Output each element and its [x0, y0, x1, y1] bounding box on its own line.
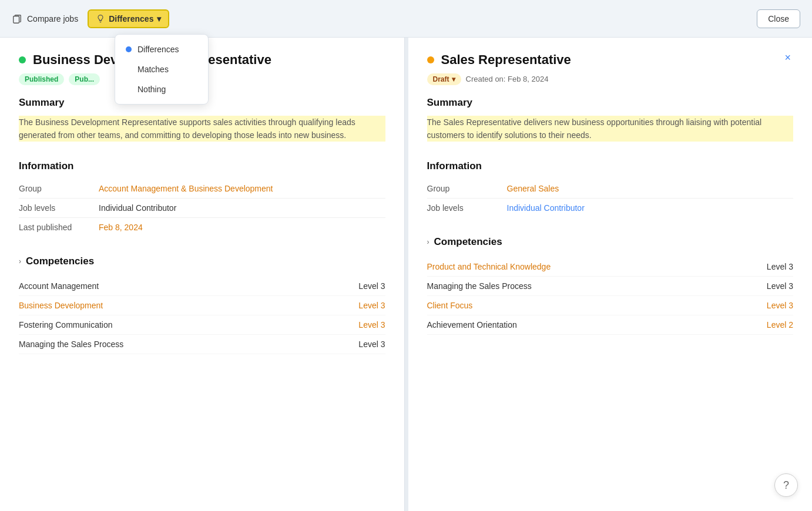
topbar: Compare jobs Differences ▾ Close	[0, 0, 812, 38]
right-comp-level-3: Level 3	[767, 301, 793, 310]
dropdown-item-nothing[interactable]: Nothing	[115, 79, 208, 99]
comp-name-1: Account Management	[19, 281, 99, 291]
comp-name-3: Fostering Communication	[19, 320, 113, 330]
help-button[interactable]: ?	[774, 473, 798, 497]
dropdown-item-differences[interactable]: Differences	[115, 39, 208, 59]
comp-row-1: Account Management Level 3	[19, 277, 385, 296]
right-comp-row-3: Client Focus Level 3	[427, 296, 794, 315]
right-joblevels-value: Individual Contributor	[507, 203, 585, 213]
dropdown-item-matches[interactable]: Matches	[115, 59, 208, 79]
chevron-down-icon: ▾	[157, 14, 161, 23]
inactive-indicator	[126, 66, 132, 72]
comp-level-4: Level 3	[358, 339, 385, 349]
lastpublished-value: Feb 8, 2024	[99, 223, 143, 232]
created-date: Created on: Feb 8, 2024	[466, 75, 549, 83]
info-row-joblevels: Job levels Individual Contributor	[19, 199, 385, 218]
right-comp-chevron-icon[interactable]: ›	[427, 238, 430, 246]
comp-row-4: Managing the Sales Process Level 3	[19, 335, 385, 354]
right-group-value: General Sales	[507, 184, 559, 193]
topbar-left: Compare jobs Differences ▾	[12, 9, 169, 28]
right-information-heading: Information	[427, 160, 794, 172]
right-summary-text: The Sales Representative delivers new bu…	[427, 116, 794, 142]
right-competencies-section: › Competencies Product and Technical Kno…	[427, 236, 794, 335]
right-comp-level-2: Level 3	[767, 281, 793, 291]
right-comp-name-1: Product and Technical Knowledge	[427, 262, 551, 271]
right-summary-section: Summary The Sales Representative deliver…	[427, 97, 794, 142]
filter-dropdown[interactable]: Differences ▾	[88, 9, 169, 28]
right-group-label: Group	[427, 184, 498, 193]
comp-level-2: Level 3	[358, 301, 385, 310]
active-indicator	[126, 46, 132, 52]
dropdown-label-matches: Matches	[137, 65, 169, 74]
copy-icon	[12, 14, 22, 24]
right-comp-name-4: Achievement Orientation	[427, 320, 517, 330]
lastpublished-label: Last published	[19, 223, 89, 232]
dropdown-label-differences: Differences	[137, 45, 179, 54]
svg-rect-0	[14, 16, 19, 23]
comp-level-1: Level 3	[358, 281, 385, 291]
compare-jobs-label: Compare jobs	[27, 14, 78, 23]
right-job-title: Sales Representative	[441, 52, 571, 69]
right-comp-level-1: Level 3	[767, 262, 793, 271]
right-comp-row-1: Product and Technical Knowledge Level 3	[427, 257, 794, 277]
right-summary-heading: Summary	[427, 97, 794, 109]
right-joblevels-label: Job levels	[427, 203, 498, 213]
info-row-lastpublished: Last published Feb 8, 2024	[19, 218, 385, 237]
left-summary-text: The Business Development Representative …	[19, 116, 385, 142]
right-comp-header: › Competencies	[427, 236, 794, 248]
right-panel: Sales Representative × Draft ▾ Created o…	[408, 38, 813, 511]
right-status-dot	[427, 56, 434, 63]
group-label: Group	[19, 184, 89, 193]
right-info-row-joblevels: Job levels Individual Contributor	[427, 199, 794, 217]
compare-jobs-button[interactable]: Compare jobs	[12, 14, 78, 24]
right-comp-level-4: Level 2	[767, 320, 793, 330]
info-row-group: Group Account Management & Business Deve…	[19, 179, 385, 199]
right-comp-name-2: Managing the Sales Process	[427, 281, 532, 291]
right-badges: Draft ▾ Created on: Feb 8, 2024	[427, 73, 794, 85]
left-status-dot	[19, 56, 26, 63]
left-panel: Business Development Representative Publ…	[0, 38, 405, 511]
left-comp-header: › Competencies	[19, 256, 385, 267]
draft-label: Draft	[433, 75, 449, 83]
right-comp-row-2: Managing the Sales Process Level 3	[427, 277, 794, 296]
published-badge: Published	[19, 73, 64, 85]
group-value: Account Management & Business Developmen…	[99, 184, 273, 193]
left-competencies-section: › Competencies Account Management Level …	[19, 256, 385, 354]
inactive-indicator-2	[126, 86, 132, 92]
left-information-heading: Information	[19, 160, 385, 172]
right-job-header: Sales Representative ×	[427, 52, 794, 69]
right-comp-row-4: Achievement Orientation Level 2	[427, 315, 794, 335]
lightbulb-icon	[96, 14, 105, 23]
published-badge-2: Pub...	[69, 73, 100, 85]
draft-badge-button[interactable]: Draft ▾	[427, 73, 461, 85]
comp-row-3: Fostering Communication Level 3	[19, 315, 385, 335]
comp-level-3: Level 3	[358, 320, 385, 330]
joblevels-value: Individual Contributor	[99, 203, 176, 213]
comp-name-4: Managing the Sales Process	[19, 339, 123, 349]
close-button[interactable]: Close	[757, 9, 800, 28]
left-information-section: Information Group Account Management & B…	[19, 160, 385, 237]
comp-row-2: Business Development Level 3	[19, 296, 385, 315]
right-info-row-group: Group General Sales	[427, 179, 794, 199]
joblevels-label: Job levels	[19, 203, 89, 213]
left-comp-list: Account Management Level 3 Business Deve…	[19, 277, 385, 354]
right-information-section: Information Group General Sales Job leve…	[427, 160, 794, 217]
right-info-table: Group General Sales Job levels Individua…	[427, 179, 794, 217]
comp-name-2: Business Development	[19, 301, 103, 310]
right-comp-name-3: Client Focus	[427, 301, 473, 310]
filter-dropdown-menu: Differences Matches Nothing	[115, 34, 209, 105]
right-panel-close-button[interactable]: ×	[782, 52, 793, 64]
left-competencies-heading: Competencies	[26, 256, 94, 267]
main-content: Business Development Representative Publ…	[0, 38, 812, 511]
right-comp-list: Product and Technical Knowledge Level 3 …	[427, 257, 794, 335]
draft-chevron-icon: ▾	[452, 75, 455, 83]
right-competencies-heading: Competencies	[434, 236, 502, 248]
dropdown-label-nothing: Nothing	[137, 85, 166, 94]
filter-label: Differences	[109, 14, 153, 23]
left-info-table: Group Account Management & Business Deve…	[19, 179, 385, 237]
comp-chevron-icon[interactable]: ›	[19, 257, 21, 265]
